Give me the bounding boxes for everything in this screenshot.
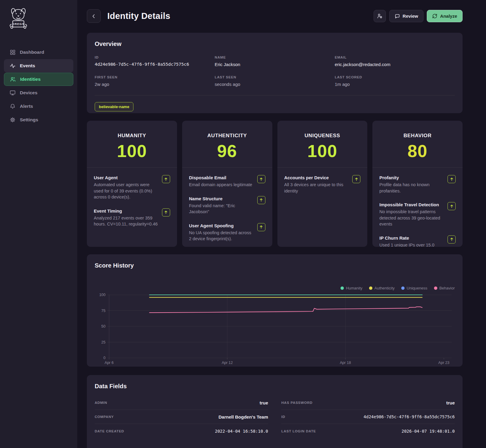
- data-field-row: ADMIN true: [95, 396, 268, 410]
- user-gear-icon: [377, 13, 383, 19]
- data-field-row: HAS PASSWORD true: [281, 396, 455, 410]
- chevron-left-icon: [91, 14, 96, 19]
- field-email: EMAIL eric.jackson@redacted.com: [335, 56, 455, 67]
- review-button[interactable]: Review: [389, 10, 424, 22]
- arrow-up-icon: [354, 177, 359, 181]
- authenticity-card: AUTHENTICITY 96 Disposable Email Email d…: [182, 121, 272, 247]
- score-value: 100: [87, 142, 177, 160]
- score-value: 100: [277, 142, 368, 160]
- legend-item-behavior[interactable]: Behavior: [434, 285, 455, 291]
- sidebar-item-settings[interactable]: Settings: [4, 113, 73, 126]
- metric-row: User Agent Automated user agents were us…: [94, 175, 170, 200]
- sidebar-item-events[interactable]: Events: [4, 59, 73, 72]
- sidebar-nav: Dashboard Events Identities: [0, 46, 77, 126]
- svg-text:25: 25: [101, 340, 105, 344]
- score-title: BEHAVIOR: [372, 133, 463, 139]
- score-cards-row: HUMANITY 100 User Agent Automated user a…: [87, 121, 463, 247]
- svg-text:100: 100: [99, 293, 105, 297]
- arrow-up-icon: [450, 204, 454, 208]
- score-history-chart: 0255075100Apr 6Apr 12Apr 18Apr 23: [95, 291, 455, 365]
- metric-row: Accounts per Device All 3 devices are un…: [284, 175, 361, 194]
- svg-text:Apr 23: Apr 23: [438, 361, 449, 365]
- metric-row: Disposable Email Email domain appears le…: [189, 175, 265, 188]
- bell-icon: [10, 103, 16, 109]
- score-title: HUMANITY: [87, 133, 177, 139]
- data-fields-card: Data Fields ADMIN true COMPANY Darnell B…: [87, 375, 463, 448]
- overview-card: Overview ID 4d24e986-7d5c-47f6-9ff6-8a55…: [87, 33, 463, 113]
- expand-metric-button[interactable]: [257, 223, 265, 231]
- score-title: AUTHENTICITY: [182, 133, 272, 139]
- page-header: Identity Details Review: [87, 9, 463, 23]
- overview-divider: [95, 95, 455, 95]
- field-first-seen: FIRST SEEN 2w ago: [95, 75, 215, 87]
- bulldog-logo-icon: DREGS: [7, 4, 30, 33]
- score-history-card: Score History Humanity Authenticity Uniq…: [87, 254, 463, 367]
- activity-icon: [10, 63, 16, 69]
- sidebar-item-label: Devices: [20, 90, 38, 95]
- expand-metric-button[interactable]: [257, 175, 265, 183]
- app-root: DREGS Dashboard Events: [0, 0, 486, 448]
- sidebar-item-alerts[interactable]: Alerts: [4, 100, 73, 113]
- data-fields-right-column: HAS PASSWORD true ID 4d24e986-7d5c-47f6-…: [281, 396, 455, 438]
- identity-actions-button[interactable]: [374, 10, 386, 22]
- arrow-up-icon: [259, 198, 263, 202]
- metric-row: Event Timing Analyzed 217 events over 35…: [94, 208, 170, 227]
- sidebar: DREGS Dashboard Events: [0, 0, 77, 448]
- svg-text:Apr 12: Apr 12: [222, 361, 233, 365]
- humanity-dot-icon: [341, 286, 344, 290]
- chart-legend: Humanity Authenticity Uniqueness Behavio…: [95, 285, 455, 291]
- data-fields-left-column: ADMIN true COMPANY Darnell Bogden's Team…: [95, 396, 268, 438]
- data-field-row: LAST LOGIN DATE 2026-04-07 19:48:01.0: [281, 424, 455, 438]
- uniqueness-card: UNIQUENESS 100 Accounts per Device All 3…: [277, 121, 368, 247]
- users-icon: [10, 76, 16, 82]
- score-title: UNIQUENESS: [277, 133, 368, 139]
- svg-text:Apr 6: Apr 6: [105, 361, 114, 365]
- legend-item-humanity[interactable]: Humanity: [341, 285, 362, 291]
- back-button[interactable]: [87, 9, 101, 23]
- page-title: Identity Details: [107, 11, 170, 21]
- authenticity-dot-icon: [369, 286, 372, 290]
- expand-metric-button[interactable]: [162, 208, 170, 216]
- review-button-label: Review: [403, 14, 418, 19]
- data-fields-title: Data Fields: [95, 383, 455, 390]
- expand-metric-button[interactable]: [162, 175, 170, 183]
- dashboard-icon: [10, 49, 16, 55]
- uniqueness-dot-icon: [401, 286, 405, 290]
- sidebar-item-dashboard[interactable]: Dashboard: [4, 46, 73, 59]
- gear-icon: [10, 117, 16, 123]
- arrow-up-icon: [450, 177, 454, 181]
- svg-text:Apr 18: Apr 18: [340, 361, 351, 365]
- legend-item-authenticity[interactable]: Authenticity: [369, 285, 395, 291]
- sidebar-item-label: Settings: [20, 117, 38, 123]
- legend-item-uniqueness[interactable]: Uniqueness: [401, 285, 427, 291]
- behavior-dot-icon: [434, 286, 437, 290]
- svg-text:0: 0: [103, 356, 105, 360]
- arrow-up-icon: [259, 177, 263, 181]
- expand-metric-button[interactable]: [257, 196, 265, 204]
- behavior-card: BEHAVIOR 80 Profanity Profile data has n…: [372, 121, 463, 247]
- data-field-row: DATE CREATED 2022-04-04 16:58:10.0: [95, 424, 268, 438]
- field-last-seen: LAST SEEN seconds ago: [215, 75, 335, 87]
- metric-row: Impossible Travel Detection No impossibl…: [379, 202, 456, 227]
- dregs-logo[interactable]: DREGS: [0, 4, 77, 34]
- tag-believable-name[interactable]: believable-name: [95, 102, 133, 111]
- expand-metric-button[interactable]: [448, 175, 456, 183]
- data-field-row: COMPANY Darnell Bogden's Team: [95, 410, 268, 424]
- metric-row: Name Structure Found valid name: "Eric J…: [189, 196, 265, 215]
- sidebar-item-label: Identities: [20, 77, 41, 82]
- logo-text: DREGS: [12, 22, 25, 26]
- sidebar-item-label: Alerts: [20, 104, 33, 109]
- refresh-icon: [432, 14, 437, 19]
- expand-metric-button[interactable]: [448, 202, 456, 210]
- arrow-up-icon: [164, 177, 168, 181]
- analyze-button[interactable]: Analyze: [427, 10, 463, 22]
- sidebar-item-devices[interactable]: Devices: [4, 86, 73, 99]
- sidebar-item-label: Dashboard: [20, 50, 44, 55]
- sidebar-item-identities[interactable]: Identities: [4, 73, 73, 86]
- svg-text:50: 50: [101, 324, 105, 328]
- expand-metric-button[interactable]: [352, 175, 360, 183]
- metric-row: User Agent Spoofing No UA spoofing detec…: [189, 223, 265, 242]
- main-content: Identity Details Review: [77, 0, 486, 448]
- expand-metric-button[interactable]: [448, 235, 456, 244]
- analyze-button-label: Analyze: [440, 14, 457, 19]
